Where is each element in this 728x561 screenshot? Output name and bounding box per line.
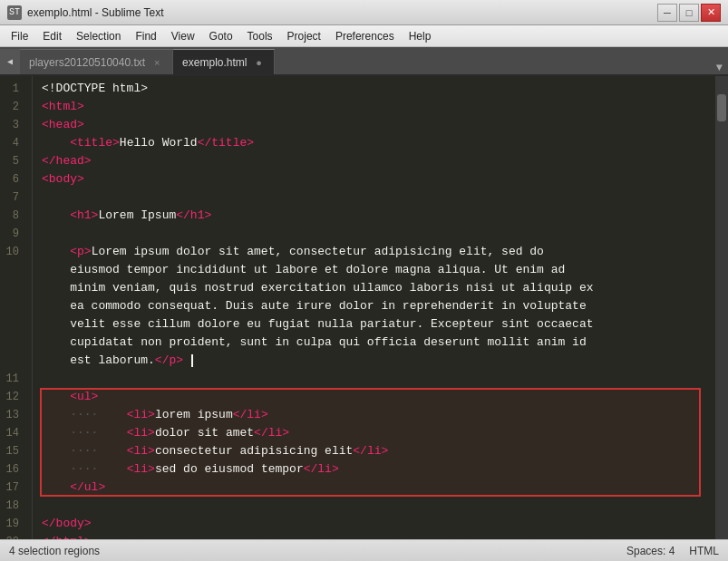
code-line-17: </ul> [42,479,715,497]
status-bar: 4 selection regions Spaces: 4 HTML [0,539,728,561]
line-numbers: 1 2 3 4 5 6 7 8 9 10 11 12 13 14 15 16 1… [0,76,33,539]
code-editor[interactable]: <!DOCTYPE html> <html> <head> <title>Hel… [33,76,715,539]
menu-find[interactable]: Find [128,25,163,46]
scrollbar[interactable] [715,76,728,539]
code-line-10g: est laborum.</p> [42,352,715,370]
line-num-10: 10 [0,243,24,261]
menu-project[interactable]: Project [280,25,328,46]
line-num-20: 20 [0,533,24,539]
line-num-2: 2 [0,98,24,116]
line-num-4: 4 [0,134,24,152]
line-num-10e [0,315,24,334]
tab-label-players: players20120510040.txt [29,56,145,69]
line-num-10g [0,352,24,370]
line-num-5: 5 [0,152,24,170]
line-num-19: 19 [0,515,24,533]
tab-exemplo[interactable]: exemplo.html ● [173,49,275,74]
code-line-16: ···· <li>sed do eiusmod tempor</li> [42,460,715,479]
code-line-14: ···· <li>dolor sit amet</li> [42,424,715,442]
line-num-13: 13 [0,406,24,424]
line-num-12: 12 [0,388,24,406]
code-line-12: <ul> [42,388,715,406]
code-line-4: <title>Hello World</title> [42,134,715,152]
menu-tools[interactable]: Tools [240,25,280,46]
line-num-15: 15 [0,442,24,460]
status-syntax[interactable]: HTML [689,545,719,557]
menu-view[interactable]: View [164,25,202,46]
code-line-5: </head> [42,152,715,170]
code-line-18 [42,497,715,515]
window-controls: ─ □ ✕ [657,4,721,22]
code-line-1: <!DOCTYPE html> [42,80,715,98]
status-selection: 4 selection regions [9,545,100,557]
line-num-11: 11 [0,370,24,388]
code-line-19: </body> [42,515,715,533]
status-spaces[interactable]: Spaces: 4 [626,545,675,557]
tab-players[interactable]: players20120510040.txt × [20,49,173,74]
code-line-11 [42,370,715,388]
menu-edit[interactable]: Edit [35,25,69,46]
tab-menu-button[interactable]: ▼ [716,62,723,74]
line-num-10f [0,334,24,352]
tab-nav-left-button[interactable]: ◀ [0,49,20,74]
line-num-10c [0,279,24,297]
minimize-button[interactable]: ─ [657,4,677,22]
line-num-17: 17 [0,479,24,497]
code-line-10a: <p>Lorem ipsum dolor sit amet, consectet… [42,243,715,261]
line-num-18: 18 [0,497,24,515]
code-line-3: <head> [42,116,715,134]
tab-close-players[interactable]: × [150,56,163,69]
tab-close-exemplo[interactable]: ● [252,56,265,69]
code-line-10d: ea commodo consequat. Duis aute irure do… [42,297,715,315]
code-line-13: ···· <li>lorem ipsum</li> [42,406,715,424]
line-num-6: 6 [0,170,24,189]
menu-file[interactable]: File [4,25,35,46]
title-bar: ST exemplo.html - Sublime Text ─ □ ✕ [0,0,728,25]
code-line-2: <html> [42,98,715,116]
tab-bar: ◀ players20120510040.txt × exemplo.html … [0,47,728,76]
menu-selection[interactable]: Selection [69,25,128,46]
line-num-14: 14 [0,424,24,442]
code-line-10c: minim veniam, quis nostrud exercitation … [42,279,715,297]
window-title: exemplo.html - Sublime Text [27,6,164,19]
line-num-7: 7 [0,189,24,207]
menu-bar: File Edit Selection Find View Goto Tools… [0,25,728,47]
menu-goto[interactable]: Goto [202,25,240,46]
tab-label-exemplo: exemplo.html [182,56,247,69]
line-num-10d [0,297,24,315]
code-line-20: </html> [42,533,715,539]
code-line-10e: velit esse cillum dolore eu fugiat nulla… [42,315,715,334]
line-num-1: 1 [0,80,24,98]
line-num-9: 9 [0,225,24,243]
code-line-8: <h1>Lorem Ipsum</h1> [42,207,715,225]
maximize-button[interactable]: □ [679,4,699,22]
code-line-7 [42,189,715,207]
close-button[interactable]: ✕ [701,4,721,22]
app-icon: ST [7,5,22,20]
code-line-6: <body> [42,170,715,189]
line-num-8: 8 [0,207,24,225]
line-num-3: 3 [0,116,24,134]
code-line-10b: eiusmod tempor incididunt ut labore et d… [42,261,715,279]
menu-preferences[interactable]: Preferences [328,25,402,46]
code-line-9 [42,225,715,243]
line-num-16: 16 [0,460,24,479]
menu-help[interactable]: Help [402,25,439,46]
line-num-10b [0,261,24,279]
editor: 1 2 3 4 5 6 7 8 9 10 11 12 13 14 15 16 1… [0,76,728,539]
code-line-10f: cupidatat non proident, sunt in culpa qu… [42,334,715,352]
code-line-15: ···· <li>consectetur adipisicing elit</l… [42,442,715,460]
